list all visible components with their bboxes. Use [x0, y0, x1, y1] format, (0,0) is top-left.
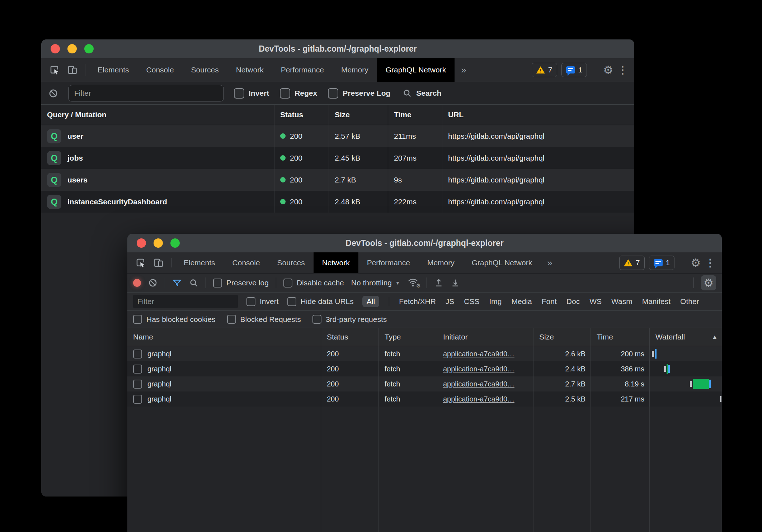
tab-performance[interactable]: Performance: [358, 252, 419, 273]
warnings-badge[interactable]: ! 7: [619, 256, 645, 270]
filter-chip-js[interactable]: JS: [446, 297, 455, 306]
request-checkbox[interactable]: [133, 350, 142, 358]
filter-chip-img[interactable]: Img: [489, 297, 502, 306]
column-header-initiator[interactable]: Initiator: [437, 328, 533, 346]
blocked-requests-checkbox[interactable]: Blocked Requests: [227, 315, 301, 324]
import-har-icon[interactable]: [434, 278, 443, 288]
tab-memory[interactable]: Memory: [333, 58, 377, 82]
tab-performance[interactable]: Performance: [272, 58, 333, 82]
preserve-log-checkbox[interactable]: Preserve Log: [328, 88, 390, 99]
filter-chip-doc[interactable]: Doc: [566, 297, 580, 306]
more-tabs-button[interactable]: »: [455, 58, 472, 82]
filter-chip-ws[interactable]: WS: [589, 297, 602, 306]
initiator-link[interactable]: application-a7ca9d0…: [443, 365, 514, 373]
request-checkbox[interactable]: [133, 395, 142, 404]
invert-checkbox[interactable]: Invert: [246, 297, 279, 306]
zoom-window-button[interactable]: [170, 238, 180, 248]
table-row[interactable]: Quser2002.57 kB211mshttps://gitlab.com/a…: [41, 125, 634, 147]
kebab-menu-icon[interactable]: ⋮: [617, 65, 628, 75]
minimize-window-button[interactable]: [154, 238, 163, 248]
tab-elements[interactable]: Elements: [175, 252, 224, 273]
regex-checkbox[interactable]: Regex: [280, 88, 317, 99]
table-row[interactable]: Qjobs2002.45 kB207mshttps://gitlab.com/a…: [41, 147, 634, 169]
network-filter-input[interactable]: [133, 295, 238, 308]
kebab-menu-icon[interactable]: ⋮: [705, 258, 715, 268]
network-request-row[interactable]: graphql200fetchapplication-a7ca9d0…2.7 k…: [127, 376, 722, 391]
tab-sources[interactable]: Sources: [183, 58, 227, 82]
initiator-link[interactable]: application-a7ca9d0…: [443, 395, 514, 403]
column-header-status[interactable]: Status: [321, 328, 379, 346]
issues-badge[interactable]: 1: [561, 63, 587, 77]
filter-input[interactable]: [68, 85, 224, 101]
warnings-badge[interactable]: ! 7: [532, 63, 557, 77]
column-header-size[interactable]: Size: [533, 328, 591, 346]
network-settings-button[interactable]: ⚙: [701, 275, 716, 290]
filter-funnel-icon[interactable]: [172, 278, 182, 288]
hide-data-urls-checkbox[interactable]: Hide data URLs: [287, 297, 354, 306]
record-network-log-button[interactable]: [133, 279, 141, 287]
inspect-element-icon[interactable]: [132, 252, 150, 273]
clear-log-icon[interactable]: [48, 89, 58, 98]
zoom-window-button[interactable]: [84, 44, 94, 53]
titlebar[interactable]: DevTools - gitlab.com/-/graphql-explorer: [127, 234, 722, 252]
filter-chip-manifest[interactable]: Manifest: [642, 297, 671, 306]
throttling-dropdown[interactable]: No throttling ▼: [351, 279, 400, 287]
filter-chip-media[interactable]: Media: [512, 297, 532, 306]
clear-network-log-icon[interactable]: [148, 278, 157, 288]
filter-chip-font[interactable]: Font: [542, 297, 557, 306]
column-header-type[interactable]: Type: [379, 328, 437, 346]
tab-memory[interactable]: Memory: [419, 252, 463, 273]
more-tabs-button[interactable]: »: [541, 252, 559, 273]
titlebar[interactable]: DevTools - gitlab.com/-/graphql-explorer: [41, 39, 634, 58]
request-checkbox[interactable]: [133, 380, 142, 389]
filter-chip-other[interactable]: Other: [680, 297, 699, 306]
disable-cache-checkbox[interactable]: Disable cache: [283, 279, 344, 288]
tab-sources[interactable]: Sources: [269, 252, 314, 273]
filter-chip-fetch-xhr[interactable]: Fetch/XHR: [399, 297, 436, 306]
device-toolbar-icon[interactable]: [150, 252, 168, 273]
request-checkbox[interactable]: [133, 365, 142, 374]
inspect-element-icon[interactable]: [46, 58, 64, 82]
initiator-link[interactable]: application-a7ca9d0…: [443, 380, 514, 388]
initiator-link[interactable]: application-a7ca9d0…: [443, 350, 514, 358]
column-header-waterfall[interactable]: Waterfall▲: [650, 328, 722, 346]
close-window-button[interactable]: [51, 44, 60, 53]
table-row[interactable]: Qusers2002.7 kB9shttps://gitlab.com/api/…: [41, 169, 634, 191]
device-toolbar-icon[interactable]: [64, 58, 81, 82]
tab-console[interactable]: Console: [138, 58, 183, 82]
column-header-query-mutation[interactable]: Query / Mutation: [41, 105, 274, 125]
column-header-time[interactable]: Time: [388, 105, 442, 125]
filter-chip-css[interactable]: CSS: [464, 297, 479, 306]
settings-gear-icon[interactable]: ⚙: [603, 65, 613, 76]
tab-elements[interactable]: Elements: [89, 58, 138, 82]
search-icon[interactable]: [189, 278, 198, 288]
tab-network[interactable]: Network: [227, 58, 272, 82]
tab-network[interactable]: Network: [314, 252, 358, 273]
tab-graphql-network[interactable]: GraphQL Network: [377, 58, 455, 82]
tab-graphql-network[interactable]: GraphQL Network: [463, 252, 541, 273]
invert-checkbox[interactable]: Invert: [234, 88, 269, 99]
filter-chip-wasm[interactable]: Wasm: [611, 297, 632, 306]
preserve-log-checkbox[interactable]: Preserve log: [213, 279, 269, 288]
settings-gear-icon[interactable]: ⚙: [691, 257, 701, 269]
export-har-icon[interactable]: [451, 278, 460, 288]
minimize-window-button[interactable]: [67, 44, 77, 53]
filter-chip-all[interactable]: All: [362, 296, 379, 307]
issues-badge[interactable]: 1: [649, 256, 675, 270]
search-toggle[interactable]: Search: [403, 89, 441, 98]
table-row[interactable]: QinstanceSecurityDashboard2002.48 kB222m…: [41, 191, 634, 213]
tab-console[interactable]: Console: [224, 252, 269, 273]
column-header-name[interactable]: Name: [127, 328, 321, 346]
column-header-size[interactable]: Size: [329, 105, 388, 125]
network-request-row[interactable]: graphql200fetchapplication-a7ca9d0…2.6 k…: [127, 346, 722, 361]
column-header-url[interactable]: URL: [442, 105, 634, 125]
network-request-row[interactable]: graphql200fetchapplication-a7ca9d0…2.4 k…: [127, 361, 722, 376]
network-request-row[interactable]: graphql200fetchapplication-a7ca9d0…2.5 k…: [127, 391, 722, 407]
column-header-status[interactable]: Status: [274, 105, 329, 125]
column-header-time[interactable]: Time: [591, 328, 650, 346]
close-window-button[interactable]: [137, 238, 146, 248]
divider: [427, 277, 427, 288]
has-blocked-cookies-checkbox[interactable]: Has blocked cookies: [133, 315, 216, 324]
3rd-party-requests-checkbox[interactable]: 3rd-party requests: [312, 315, 387, 324]
network-conditions-icon[interactable]: ⚙: [407, 277, 419, 288]
